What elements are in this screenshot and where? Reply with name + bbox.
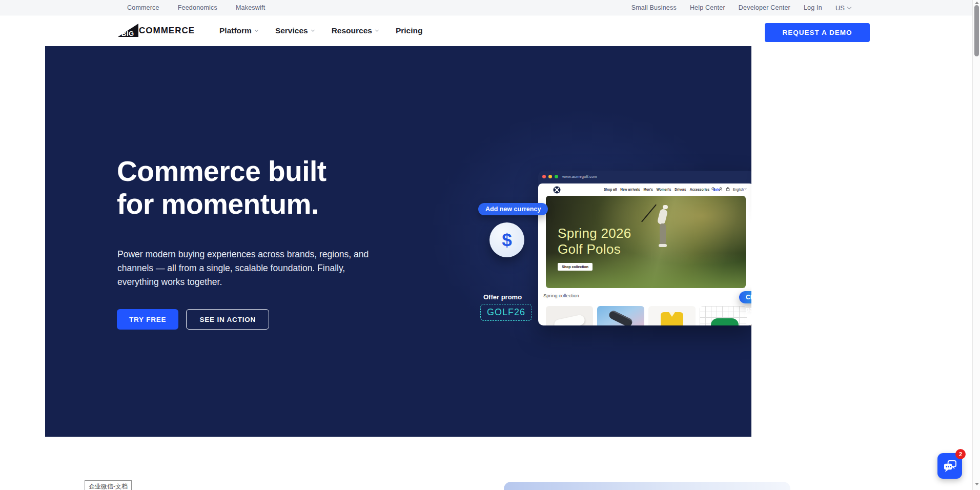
product-thumb-green [700,306,747,325]
promo-code-box: GOLF26 [480,304,532,321]
see-in-action-button[interactable]: SEE IN ACTION [186,309,269,330]
hero-cta-row: TRY FREE SEE IN ACTION [117,309,269,330]
main-navbar: BIG COMMERCE Platform Services Resources… [0,15,972,46]
user-icon [719,187,723,191]
store-menu-item: Drivers [675,188,686,191]
chat-icon [943,460,957,473]
store-menu: Shop all New arrivals Men's Women's Driv… [604,188,720,191]
locale-selector[interactable]: US [835,4,851,12]
scrollbar-up-arrow-icon[interactable] [975,2,979,4]
golfer-photo-figure [652,205,673,267]
hero-title-line: Commerce built [117,155,326,188]
store-menu-item: Men's [644,188,653,191]
store-menu-item: Accessories [690,188,709,191]
product-thumb-shoes [546,306,593,325]
utility-right-links: Small Business Help Center Developer Cen… [631,0,851,15]
browser-url: www.acmegolf.com [562,174,597,179]
utility-link-log-in[interactable]: Log In [804,4,822,11]
store-menu-item: New arrivals [620,188,640,191]
hero-section: Commerce built for momentum. Power moder… [45,46,751,437]
nav-item-platform[interactable]: Platform [219,26,258,35]
utility-link-commerce[interactable]: Commerce [127,4,159,11]
banner-title-line: Golf Polos [558,241,631,257]
os-tooltip: 企业微信-文档 [85,480,132,490]
hero-title-line: for momentum. [117,188,326,220]
store-icons: English [711,187,746,191]
logo-wordmark: COMMERCE [139,26,195,36]
nav-item-label: Platform [219,26,252,35]
storefront-page: Shop all New arrivals Men's Women's Driv… [538,183,751,325]
utility-left-links: Commerce Feedonomics Makeswift [127,0,265,15]
utility-link-help-center[interactable]: Help Center [690,4,725,11]
chevron-down-icon [255,28,258,32]
browser-chrome: www.acmegolf.com [538,171,751,183]
bigcommerce-logo-icon: BIG [118,23,139,39]
utility-link-makeswift[interactable]: Makeswift [236,4,265,11]
hero-description-line: channels — all from a single, scalable f… [117,261,369,275]
nav-item-pricing[interactable]: Pricing [396,26,423,35]
storefront-browser-mockup: www.acmegolf.com Shop all New arrivals M… [538,171,751,325]
scrollbar-thumb[interactable] [974,5,979,56]
store-logo-icon [553,186,561,194]
nav-item-resources[interactable]: Resources [332,26,378,35]
store-menu-item: Women's [657,188,671,191]
locale-label: US [835,4,845,12]
banner-title: Spring 2026 Golf Polos [558,226,631,257]
page: Commerce Feedonomics Makeswift Small Bus… [0,0,980,490]
next-section-card-edge [504,482,790,490]
bag-icon [726,187,730,191]
hero-description-line: everything works together. [117,275,369,289]
utility-link-small-business[interactable]: Small Business [631,4,677,11]
store-menu-item: Shop all [604,188,617,191]
nav-item-label: Resources [332,26,372,35]
store-hero-banner: Spring 2026 Golf Polos Shop collection [546,196,746,288]
nav-item-services[interactable]: Services [275,26,314,35]
hero-description: Power modern buying experiences across b… [117,248,369,289]
chat-unread-badge: 2 [955,449,966,459]
hero-description-line: Power modern buying experiences across b… [117,248,369,261]
banner-title-line: Spring 2026 [558,226,631,241]
traffic-lights-icon [542,175,558,178]
nav-item-label: Services [275,26,308,35]
chevron-down-icon [311,28,315,32]
collection-label: Spring collection [543,293,579,298]
hero-title: Commerce built for momentum. [117,155,326,220]
storefront-nav: Shop all New arrivals Men's Women's Driv… [538,183,751,196]
scrollbar-down-arrow-icon[interactable] [975,483,979,485]
utility-link-developer-center[interactable]: Developer Center [739,4,790,11]
bigcommerce-logo[interactable]: BIG COMMERCE [118,23,195,39]
offer-promo-label: Offer promo [483,293,522,301]
product-thumbnails [546,306,747,325]
nav-item-label: Pricing [396,26,423,35]
vertical-scrollbar[interactable] [972,0,980,490]
dollar-icon: $ [489,222,524,257]
store-language-selector: English [733,188,746,191]
chevron-down-icon [375,28,379,32]
try-free-button[interactable]: TRY FREE [117,309,178,330]
shop-collection-button: Shop collection [558,263,593,271]
product-thumb-driver [597,306,644,325]
nav-links: Platform Services Resources Pricing [219,15,422,46]
product-thumb-polo [648,306,696,325]
svg-text:BIG: BIG [121,30,134,37]
request-demo-button[interactable]: REQUEST A DEMO [765,23,870,42]
chevron-down-icon [847,5,851,9]
utility-bar: Commerce Feedonomics Makeswift Small Bus… [0,0,972,15]
add-currency-badge: Add new currency [478,203,548,215]
search-icon [711,187,716,191]
chevron-down-icon [744,187,746,189]
change-payment-badge: Change payment option [739,291,751,303]
chat-launcher-button[interactable]: 2 [937,453,962,479]
utility-link-feedonomics[interactable]: Feedonomics [178,4,217,11]
store-language-label: English [733,188,744,191]
